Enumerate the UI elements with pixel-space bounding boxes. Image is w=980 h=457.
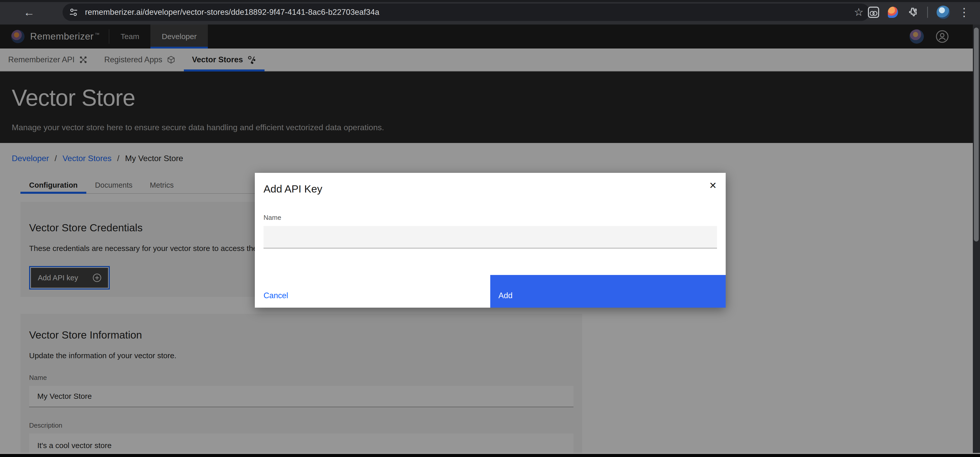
url-text[interactable]: rememberizer.ai/developer/vector-stores/…	[85, 8, 854, 17]
modal-title: Add API Key	[255, 173, 726, 195]
bookmark-star-icon[interactable]: ☆	[854, 7, 864, 18]
extensions-puzzle-icon[interactable]	[907, 6, 918, 18]
scrollbar-thumb[interactable]	[974, 27, 979, 242]
add-button[interactable]: Add	[490, 275, 726, 307]
toolbar-divider	[927, 6, 928, 18]
browser-back-button[interactable]: ←	[21, 5, 37, 20]
pinned-extension-icon[interactable]	[888, 6, 898, 18]
tab-groups-icon[interactable]	[868, 6, 879, 18]
browser-action-icons: ⋮	[868, 0, 970, 24]
window-top-edge	[0, 0, 980, 2]
browser-profile-avatar[interactable]	[937, 6, 950, 19]
address-bar[interactable]: rememberizer.ai/developer/vector-stores/…	[62, 3, 870, 21]
browser-toolbar: ← → rememberizer.ai/developer/vector-sto…	[0, 0, 980, 24]
modal-name-input[interactable]	[264, 226, 717, 248]
bottom-dark-bar	[0, 454, 980, 457]
modal-name-label: Name	[264, 214, 281, 221]
modal-close-button[interactable]: ✕	[706, 178, 720, 193]
browser-menu-icon[interactable]: ⋮	[959, 6, 970, 18]
add-api-key-modal: Add API Key ✕ Name Cancel Add	[255, 173, 726, 307]
page-scrollbar[interactable]	[973, 24, 980, 457]
screen: ← → rememberizer.ai/developer/vector-sto…	[0, 0, 980, 457]
site-settings-icon[interactable]	[69, 7, 78, 17]
modal-footer: Cancel Add	[255, 275, 726, 307]
cancel-button[interactable]: Cancel	[255, 275, 490, 307]
